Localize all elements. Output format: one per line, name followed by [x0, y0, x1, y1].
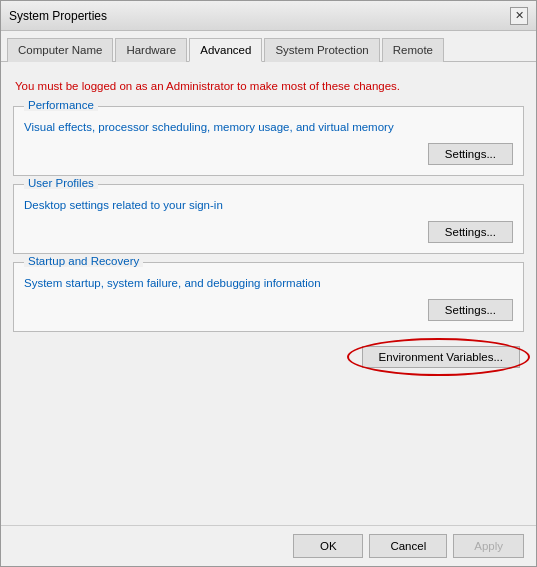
performance-section: Performance Visual effects, processor sc… — [13, 106, 524, 176]
tab-remote[interactable]: Remote — [382, 38, 444, 62]
environment-variables-button[interactable]: Environment Variables... — [362, 346, 520, 368]
env-variables-row: Environment Variables... — [13, 346, 524, 368]
user-profiles-settings-button[interactable]: Settings... — [428, 221, 513, 243]
user-profiles-section: User Profiles Desktop settings related t… — [13, 184, 524, 254]
bottom-bar: OK Cancel Apply — [1, 525, 536, 566]
performance-desc: Visual effects, processor scheduling, me… — [24, 119, 513, 135]
ok-button[interactable]: OK — [293, 534, 363, 558]
tab-system-protection[interactable]: System Protection — [264, 38, 379, 62]
window-title: System Properties — [9, 9, 107, 23]
tab-hardware[interactable]: Hardware — [115, 38, 187, 62]
tab-computer-name[interactable]: Computer Name — [7, 38, 113, 62]
env-variables-oval: Environment Variables... — [362, 346, 520, 368]
performance-settings-button[interactable]: Settings... — [428, 143, 513, 165]
title-bar: System Properties ✕ — [1, 1, 536, 31]
performance-legend: Performance — [24, 99, 98, 111]
user-profiles-legend: User Profiles — [24, 177, 98, 189]
close-button[interactable]: ✕ — [510, 7, 528, 25]
startup-recovery-desc: System startup, system failure, and debu… — [24, 275, 513, 291]
system-properties-window: System Properties ✕ Computer Name Hardwa… — [0, 0, 537, 567]
user-profiles-desc: Desktop settings related to your sign-in — [24, 197, 513, 213]
apply-button[interactable]: Apply — [453, 534, 524, 558]
tab-bar: Computer Name Hardware Advanced System P… — [1, 31, 536, 62]
tab-content: You must be logged on as an Administrato… — [1, 62, 536, 525]
admin-notice: You must be logged on as an Administrato… — [13, 74, 524, 98]
startup-recovery-section: Startup and Recovery System startup, sys… — [13, 262, 524, 332]
startup-recovery-settings-button[interactable]: Settings... — [428, 299, 513, 321]
tab-advanced[interactable]: Advanced — [189, 38, 262, 62]
startup-recovery-legend: Startup and Recovery — [24, 255, 143, 267]
cancel-button[interactable]: Cancel — [369, 534, 447, 558]
